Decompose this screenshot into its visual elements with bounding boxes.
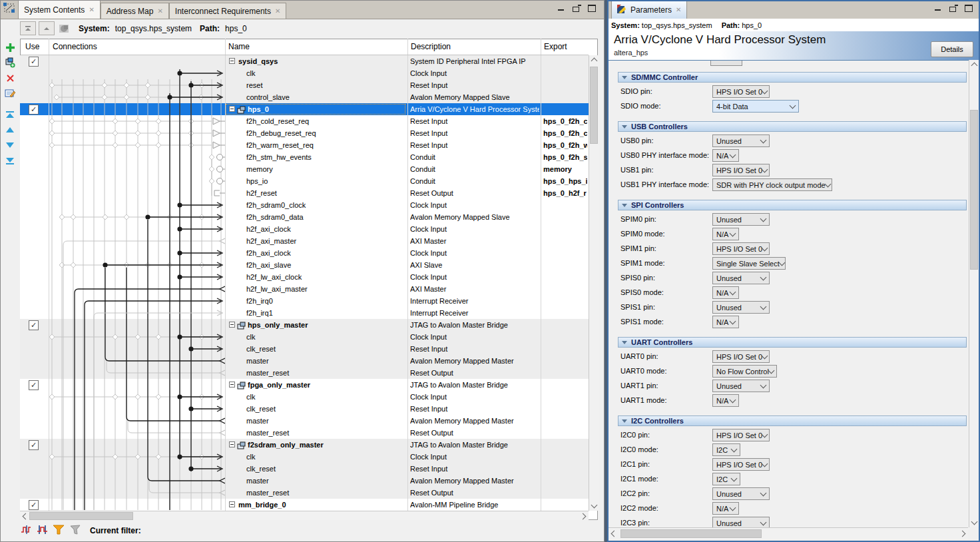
table-row-f2h_cold_reset_req[interactable]: f2h_cold_reset_reqReset Inputhps_0_f2h_c — [20, 115, 589, 127]
use-checkbox[interactable]: ✓ — [29, 380, 39, 390]
row-export[interactable] — [543, 427, 587, 439]
scroll-right-icon[interactable] — [580, 513, 587, 519]
table-row-hps_io[interactable]: hps_ioConduithps_0_hps_i — [20, 175, 589, 187]
dropdown-usb1-pin[interactable]: HPS I/O Set 0 — [712, 164, 770, 176]
scroll-right-icon[interactable] — [959, 530, 966, 537]
table-row-master[interactable]: masterAvalon Memory Mapped Master — [20, 475, 589, 487]
collapse-all-button[interactable] — [20, 21, 36, 35]
edit-icon[interactable] — [4, 87, 16, 99]
table-row-reset[interactable]: resetReset Input — [20, 79, 589, 91]
dropdown-i2c0-mode[interactable]: I2C — [712, 443, 740, 456]
table-row-hps_0[interactable]: ✓hps_0Arria V/Cyclone V Hard Processor S… — [20, 103, 589, 115]
collapse-icon[interactable] — [622, 204, 627, 207]
row-export[interactable]: hps_0_f2h_c — [543, 127, 587, 139]
float-icon[interactable] — [573, 5, 581, 12]
row-export[interactable] — [543, 79, 587, 91]
table-row-clk[interactable]: clkClock Input — [20, 451, 589, 463]
clock-crossing-icon[interactable] — [21, 525, 32, 537]
row-export[interactable] — [543, 403, 587, 415]
table-row-clk_reset[interactable]: clk_resetReset Input — [20, 463, 589, 475]
row-export[interactable] — [543, 439, 587, 451]
table-row-master_reset[interactable]: master_resetReset Output — [20, 367, 589, 379]
row-export[interactable] — [543, 223, 587, 235]
table-row-master_reset[interactable]: master_resetReset Output — [20, 427, 589, 439]
collapse-icon[interactable] — [622, 76, 627, 79]
dropdown-i2c2-pin[interactable]: Unused — [712, 487, 770, 500]
table-row-clk_reset[interactable]: clk_resetReset Input — [20, 343, 589, 355]
move-down-icon[interactable] — [4, 139, 16, 151]
row-export[interactable] — [543, 475, 587, 487]
remove-icon[interactable] — [4, 72, 16, 84]
column-header-name[interactable]: Name — [228, 39, 250, 55]
move-top-icon[interactable] — [4, 109, 16, 121]
table-row-fpga_only_master[interactable]: ✓fpga_only_masterJTAG to Avalon Master B… — [20, 379, 589, 391]
dropdown-uart0-pin[interactable]: HPS I/O Set 0 — [712, 350, 770, 363]
parent-system-icon[interactable] — [57, 23, 71, 35]
scroll-down-icon[interactable] — [591, 502, 597, 509]
scroll-up-icon[interactable] — [971, 63, 977, 69]
table-row-mm_bridge_0[interactable]: ✓mm_bridge_0Avalon-MM Pipeline Bridge — [20, 499, 589, 511]
row-export[interactable] — [543, 259, 587, 271]
use-checkbox[interactable]: ✓ — [29, 440, 39, 450]
table-row-master[interactable]: masterAvalon Memory Mapped Master — [20, 355, 589, 367]
row-export[interactable] — [543, 487, 587, 499]
dropdown-uart1-pin[interactable]: Unused — [712, 380, 770, 392]
row-export[interactable] — [543, 463, 587, 475]
use-checkbox[interactable]: ✓ — [29, 105, 39, 115]
table-row-f2sdram_only_master[interactable]: ✓f2sdram_only_masterJTAG to Avalon Maste… — [20, 439, 589, 451]
move-up-level-button[interactable] — [39, 21, 55, 35]
row-export[interactable]: hps_0_f2h_s — [543, 151, 587, 163]
dropdown-spim1-pin[interactable]: HPS I/O Set 0 — [712, 242, 770, 255]
table-row-f2h_sdram0_data[interactable]: f2h_sdram0_dataAvalon Memory Mapped Slav… — [20, 211, 589, 223]
table-row-f2h_debug_reset_req[interactable]: f2h_debug_reset_reqReset Inputhps_0_f2h_… — [20, 127, 589, 139]
table-row-h2f_lw_axi_master[interactable]: h2f_lw_axi_masterAXI Master — [20, 283, 589, 295]
dropdown-i2c3-pin[interactable]: Unused — [712, 517, 770, 527]
scroll-down-icon[interactable] — [971, 519, 977, 525]
table-row-clk_reset[interactable]: clk_resetReset Input — [20, 403, 589, 415]
table-row-f2h_axi_slave[interactable]: f2h_axi_slaveAXI Slave — [20, 259, 589, 271]
dropdown-sdio-mode[interactable]: 4-bit Data — [712, 100, 799, 113]
row-export[interactable]: hps_0_f2h_w — [543, 139, 587, 151]
row-export[interactable] — [543, 343, 587, 355]
table-row-h2f_lw_axi_clock[interactable]: h2f_lw_axi_clockClock Input — [20, 271, 589, 283]
timing-adapter-icon[interactable] — [37, 525, 48, 537]
row-export[interactable] — [543, 55, 587, 67]
column-header-description[interactable]: Description — [411, 39, 451, 55]
v-scroll-thumb[interactable] — [590, 67, 598, 144]
table-row-h2f_reset[interactable]: h2f_resetReset Outputhps_0_h2f_r — [20, 187, 589, 199]
row-export[interactable] — [543, 91, 587, 103]
table-row-f2h_irq0[interactable]: f2h_irq0Interrupt Receiver — [20, 295, 589, 307]
details-button[interactable]: Details — [931, 41, 973, 57]
move-up-icon[interactable] — [4, 124, 16, 136]
tab-parameters[interactable]: Parameters ✕ — [611, 0, 687, 19]
row-export[interactable] — [543, 103, 587, 115]
collapse-expander-icon[interactable] — [229, 106, 235, 112]
dropdown-spim1-mode[interactable]: Single Slave Select — [712, 257, 786, 270]
dropdown-usb0-phy-interface-mode[interactable]: N/A — [712, 149, 739, 162]
close-icon[interactable]: ✕ — [275, 8, 280, 15]
row-export[interactable] — [543, 211, 587, 223]
section-header-usb-controllers[interactable]: USB Controllers — [618, 121, 967, 132]
dropdown-usb0-pin[interactable]: Unused — [712, 135, 770, 147]
row-export[interactable]: hps_0_f2h_c — [543, 115, 587, 127]
table-vertical-scrollbar[interactable] — [589, 55, 599, 511]
tab-address-map[interactable]: Address Map✕ — [101, 3, 169, 19]
minimize-icon[interactable] — [934, 5, 943, 12]
filter-funnel-icon[interactable] — [53, 525, 65, 537]
row-export[interactable] — [543, 67, 587, 79]
table-row-f2h_irq1[interactable]: f2h_irq1Interrupt Receiver — [20, 307, 589, 319]
column-header-connections[interactable]: Connections — [53, 39, 97, 55]
row-export[interactable] — [543, 319, 587, 331]
table-row-hps_only_master[interactable]: ✓hps_only_masterJTAG to Avalon Master Br… — [20, 319, 589, 331]
move-bottom-icon[interactable] — [4, 154, 16, 166]
table-row-clk[interactable]: clkClock Input — [20, 67, 589, 79]
collapse-expander-icon[interactable] — [229, 322, 235, 328]
collapse-icon[interactable] — [622, 419, 627, 423]
add-icon[interactable] — [4, 41, 16, 53]
dropdown-i2c2-mode[interactable]: N/A — [712, 502, 739, 515]
column-header-export[interactable]: Export — [544, 39, 567, 55]
dropdown-usb1-phy-interface-mode[interactable]: SDR with PHY clock output mode — [712, 178, 832, 191]
row-export[interactable] — [543, 331, 587, 343]
row-export[interactable] — [543, 415, 587, 427]
row-export[interactable] — [543, 451, 587, 463]
